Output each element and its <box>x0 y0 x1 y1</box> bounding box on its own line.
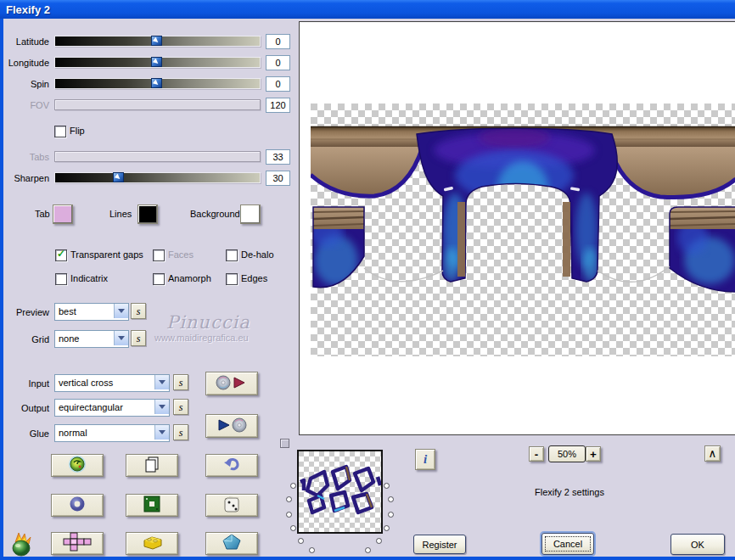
grid-label: Grid <box>0 334 49 344</box>
slider-handle[interactable] <box>151 57 162 67</box>
dial-dot[interactable] <box>286 496 292 502</box>
flip-label: Flip <box>70 126 85 136</box>
glue-value: normal <box>59 428 87 438</box>
output-s-button[interactable]: s <box>173 399 188 415</box>
cross-layout-button[interactable] <box>51 532 104 555</box>
grid-s-button[interactable]: s <box>131 330 146 346</box>
zoom-level[interactable]: 50% <box>548 445 586 462</box>
zoom-out-button[interactable]: - <box>529 446 544 462</box>
flaming-pear-icon <box>8 532 36 559</box>
preview-area[interactable] <box>299 21 735 435</box>
watermark-name: Pinuccia <box>166 312 250 333</box>
slider-row-sharpen: Sharpen <box>0 171 293 189</box>
swirl-logo-icon <box>68 455 87 476</box>
glue-dropdown[interactable]: normal <box>54 424 170 442</box>
preview-row: Preview best s <box>0 303 170 320</box>
dial-dot[interactable] <box>388 496 394 502</box>
dice-button[interactable] <box>205 494 258 517</box>
dial-dot[interactable] <box>290 483 296 489</box>
thumbnail-image <box>299 451 381 532</box>
load-settings-button[interactable] <box>205 414 258 438</box>
background-color-swatch[interactable] <box>240 204 261 224</box>
swirl-logo-button[interactable] <box>51 454 104 477</box>
output-dropdown[interactable]: equirectangular <box>54 399 170 417</box>
gem-button[interactable] <box>205 532 258 555</box>
latitude-slider[interactable] <box>54 36 261 47</box>
register-button[interactable]: Register <box>413 535 466 554</box>
lines-color-swatch[interactable] <box>137 204 158 224</box>
spin-value-field[interactable] <box>266 76 290 92</box>
ring-button[interactable] <box>51 494 104 517</box>
input-s-button[interactable]: s <box>173 374 188 390</box>
zoom-in-button[interactable]: + <box>586 446 601 462</box>
input-value: vertical cross <box>59 378 113 388</box>
info-button[interactable]: i <box>415 449 435 470</box>
longitude-value-field[interactable] <box>266 55 290 70</box>
slider-handle[interactable] <box>113 172 124 182</box>
chevron-down-icon[interactable] <box>154 375 169 389</box>
preview-s-button[interactable]: s <box>131 303 146 319</box>
slider-handle[interactable] <box>151 36 162 46</box>
latitude-value-field[interactable] <box>266 34 290 49</box>
window-border-bottom <box>0 557 735 560</box>
chevron-down-icon[interactable] <box>114 331 128 345</box>
brick-button[interactable] <box>126 532 178 555</box>
dial-dot[interactable] <box>376 538 382 544</box>
frame-button[interactable] <box>126 494 178 517</box>
input-row: Input vertical cross s <box>0 374 195 392</box>
dial-dot[interactable] <box>286 512 292 518</box>
spin-slider[interactable] <box>54 78 261 89</box>
chevron-down-icon[interactable] <box>154 425 169 440</box>
dice-icon <box>222 495 241 516</box>
dial-dot[interactable] <box>388 512 394 518</box>
dial-dot[interactable] <box>384 483 390 489</box>
dial-dot[interactable] <box>298 538 304 544</box>
zoom-level-value: 50% <box>558 449 576 459</box>
watermark-url: www.maidiregrafica.eu <box>154 333 249 343</box>
output-label: Output <box>0 403 49 413</box>
slider-handle[interactable] <box>151 78 162 88</box>
indicatrix-box <box>55 273 67 285</box>
preview-thumbnail[interactable] <box>297 450 383 534</box>
preview-dropdown[interactable]: best <box>54 303 129 321</box>
faces-box <box>153 249 165 261</box>
ok-button[interactable]: OK <box>670 534 725 555</box>
fov-value-field[interactable] <box>266 98 290 113</box>
glue-s-button[interactable]: s <box>173 424 188 440</box>
fov-label: FOV <box>0 100 49 110</box>
dial-dot[interactable] <box>365 547 371 553</box>
dial-dot[interactable] <box>290 525 296 531</box>
cd-icon <box>216 417 248 435</box>
glue-row: Glue normal s <box>0 424 195 442</box>
collapse-button[interactable]: ∧ <box>704 445 721 462</box>
slider-row-latitude: Latitude <box>0 34 293 53</box>
preview-value: best <box>59 306 76 316</box>
chevron-down-icon[interactable] <box>154 400 169 414</box>
undo-button[interactable] <box>205 454 258 477</box>
fov-slider <box>54 99 261 110</box>
cd-icon <box>216 375 248 393</box>
copy-button[interactable] <box>126 454 178 477</box>
glue-label: Glue <box>0 428 49 439</box>
chevron-down-icon[interactable] <box>114 304 128 318</box>
dial-handle[interactable] <box>280 439 289 448</box>
slider-row-spin: Spin <box>0 76 293 95</box>
titlebar[interactable]: Flexify 2 <box>0 0 735 19</box>
tab-color-swatch[interactable] <box>53 204 73 224</box>
longitude-slider[interactable] <box>54 57 261 68</box>
slider-row-longitude: Longitude <box>0 55 293 74</box>
flip-checkbox-box <box>54 126 66 137</box>
donut-ring-icon <box>68 495 87 516</box>
flexify-window: Flexify 2 Latitude Longitude Spin FOV Fl… <box>0 0 735 560</box>
tabs-value-field[interactable] <box>266 149 290 165</box>
grid-dropdown[interactable]: none <box>54 330 129 348</box>
edges-label: Edges <box>241 273 267 283</box>
sharpen-value-field[interactable] <box>266 171 290 186</box>
dial-dot[interactable] <box>309 547 315 553</box>
cancel-button[interactable]: Cancel <box>541 533 594 555</box>
dial-dot[interactable] <box>384 525 390 531</box>
save-settings-button[interactable] <box>205 372 258 395</box>
preview-image <box>311 104 735 356</box>
sharpen-slider[interactable] <box>54 172 261 183</box>
input-dropdown[interactable]: vertical cross <box>54 374 170 392</box>
